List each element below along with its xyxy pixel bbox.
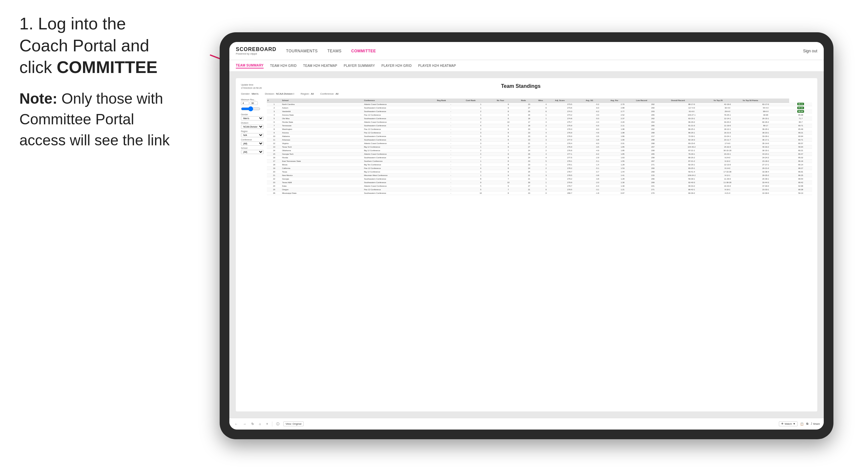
cell-vs25: 63-17-0 [742,102,789,106]
toolbar-home[interactable]: ⌂ [258,422,262,426]
toolbar-forward[interactable]: → [242,422,247,426]
subnav-player-h2h-grid[interactable]: PLAYER H2H GRID [381,63,412,68]
cell-conf: Southeastern Conference [364,138,436,142]
cell-vs25: 33-44-3 [742,181,789,184]
standings-table: # School Conference Reg Rank Conf Rank N… [267,98,812,195]
cell-no-tour: 9 [496,156,520,159]
toolbar-view[interactable]: View: Original [283,422,304,426]
sign-out[interactable]: Sign out [803,49,817,53]
cell-score-diff: -0.7 [585,170,610,174]
cell-score-diff: -3.8 [585,138,610,142]
region-select[interactable]: N/A [241,133,264,137]
toolbar-refresh[interactable]: ↻ [250,422,255,426]
nav-tournaments[interactable]: TOURNAMENTS [286,48,318,55]
cell-conf: Pac-12 Conference [364,113,436,117]
cell-reg-rank: - [436,142,465,145]
min-rounds-label: Minimum Rou... [241,98,264,101]
cell-adj-score: 276.9 [554,145,585,149]
cell-no-tour: 8 [496,166,520,170]
cell-school: Arkansas [281,138,364,142]
cell-rnds: 26 [520,152,538,156]
cell-avg-par: 270 [636,191,670,195]
min-rounds-slider[interactable] [241,106,260,112]
division-select[interactable]: NCAA Division I [241,125,264,129]
cell-rank: 22 [267,177,281,181]
cell-avg-par: 268 [636,138,670,142]
cell-school: Texas Tech [281,145,364,149]
cell-conf: Pac-12 Conference [364,127,436,131]
toolbar-right: 👁 Watch ▼ 📋 ⧉ ⤴ Share [779,422,820,426]
cell-no-tour: 9 [496,113,520,117]
cell-avg-sg: 1.85 [610,149,636,152]
gender-select[interactable]: Men's [241,116,264,121]
cell-school: Oregon [281,188,364,191]
subnav-player-summary[interactable]: PLAYER SUMMARY [344,63,375,68]
subnav-player-h2h-heatmap[interactable]: PLAYER H2H HEATMAP [418,63,456,68]
col-points: Vs Top 50 Points [742,98,789,103]
min-rounds-input1[interactable] [241,101,249,105]
nav-committee[interactable]: COMMITTEE [351,48,376,55]
cell-overall: 16-21-0 [713,131,742,134]
cell-conf: Southeastern Conference [364,177,436,181]
cell-reg-rank: - [436,184,465,188]
cell-conf-rank: 3 [465,131,496,134]
min-rounds-input2[interactable] [250,101,258,105]
cell-adj-score: 273.6 [554,106,585,110]
update-time-value: 27/03/2024 16:56:26 [241,87,262,90]
cell-no-tour: 8 [496,110,520,113]
cell-avg-par: 215 [636,174,670,177]
cell-overall: 42-16-0 [713,102,742,106]
cell-wins: 4 [538,152,555,156]
cell-rnds: 24 [520,149,538,152]
cell-wins: 0 [538,188,555,191]
cell-overall: 23-11-7 [713,138,742,142]
cell-points: 80.47 [789,152,812,156]
school-select[interactable]: (All) [241,150,264,154]
cell-adj-score: 278.5 [554,174,585,177]
table-row: 10 Alabama Southeastern Conference - 5 8… [267,134,812,138]
cell-reg-rank: - [436,152,465,156]
table-row: 16 Florida Southeastern Conference - 7 9… [267,156,812,159]
cell-reg-rank: - [436,134,465,138]
cell-points: 86.91 [789,170,812,174]
cell-avg-sg: 1.21 [610,188,636,191]
table-row: 15 Georgia Tech Atlantic Coast Conferenc… [267,152,812,156]
cell-avg-sg: 1.55 [610,159,636,163]
toolbar-share[interactable]: ⤴ Share [811,423,820,425]
cell-rank: 6 [267,120,281,124]
filter-gender-label: Gender: [241,92,250,95]
cell-overall: 18-12-1 [713,127,742,131]
cell-points: 86.25 [789,174,812,177]
subnav-team-summary[interactable]: TEAM SUMMARY [236,63,264,68]
toolbar-watch[interactable]: 👁 Watch ▼ [779,422,798,426]
conference-select[interactable]: (All) [241,142,264,146]
cell-rank: 3 [267,110,281,113]
filter-region: Region: All [301,92,314,95]
cell-points: 80.57 [789,142,812,145]
toolbar-expand-icon[interactable]: ⧉ [806,422,808,426]
toolbar-info[interactable]: ⓘ [275,421,281,427]
cell-avg-sg: 1.85 [610,152,636,156]
table-row: 5 Ole Miss Southeastern Conference - 3 6… [267,117,812,120]
cell-avg-par: 262 [636,127,670,131]
subnav-team-h2h-heatmap[interactable]: TEAM H2H HEATMAP [303,63,337,68]
filter-region-value: All [311,92,314,95]
toolbar-clip-icon[interactable]: 📋 [800,423,804,426]
nav-teams[interactable]: TEAMS [328,48,342,55]
conference-control-label: Conference [241,138,264,141]
cell-reg-rank: - [436,106,465,110]
cell-points: 69.71 [789,124,812,127]
filter-region-label: Region: [301,92,310,95]
cell-wins: 4 [538,102,555,106]
cell-rnds: 17 [520,120,538,124]
subnav-team-h2h-grid[interactable]: TEAM H2H GRID [270,63,297,68]
cell-rnds: 23 [520,127,538,131]
table-row: 6 Florida State Atlantic Coast Conferenc… [267,120,812,124]
cell-adj-score: 276.3 [554,127,585,131]
cell-overall: 17-33-38 [713,170,742,174]
cell-overall: 10-23-0 [713,184,742,188]
toolbar-add-tab[interactable]: + [265,422,270,426]
cell-avg-sg: 1.30 [610,181,636,184]
cell-school: Florida [281,156,364,159]
toolbar-back[interactable]: ← [233,422,239,426]
